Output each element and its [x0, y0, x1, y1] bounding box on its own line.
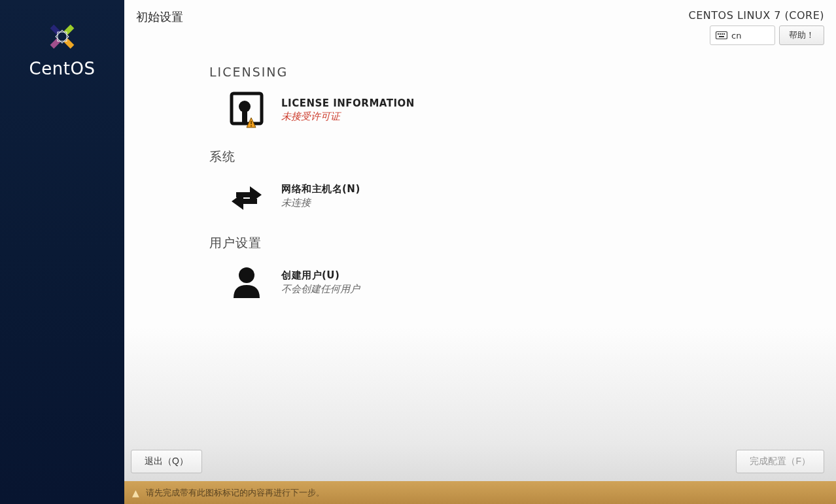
svg-rect-11 — [719, 36, 724, 37]
section-title-user: 用户设置 — [209, 235, 836, 252]
network-icon — [228, 177, 266, 215]
sidebar: CentOS — [0, 0, 124, 504]
brand-name: CentOS — [29, 59, 96, 78]
spoke-create-user[interactable]: 创建用户(U) 不会创建任何用户 — [228, 263, 836, 301]
warning-bar: ▲ 请先完成带有此图标标记的内容再进行下一步。 — [124, 481, 836, 504]
footer-bar: 退出（Q） 完成配置（F） — [124, 450, 836, 481]
keyboard-layout-button[interactable]: cn — [710, 25, 775, 45]
spoke-license-title: LICENSE INFORMATION — [281, 97, 415, 109]
svg-rect-17 — [251, 126, 252, 127]
svg-rect-10 — [723, 33, 725, 35]
warning-message: 请先完成带有此图标标记的内容再进行下一步。 — [146, 487, 324, 499]
svg-rect-16 — [251, 121, 252, 124]
page-title: 初始设置 — [136, 9, 183, 25]
spoke-license-status: 未接受许可证 — [281, 110, 415, 123]
section-title-licensing: LICENSING — [209, 65, 836, 79]
spoke-license-information[interactable]: LICENSE INFORMATION 未接受许可证 — [228, 91, 836, 129]
spoke-network-hostname[interactable]: 网络和主机名(N) 未连接 — [228, 177, 836, 215]
svg-rect-14 — [242, 111, 247, 123]
svg-point-20 — [239, 267, 254, 283]
spoke-user-title: 创建用户(U) — [281, 269, 360, 282]
spoke-user-status: 不会创建任何用户 — [281, 283, 360, 295]
keyboard-layout-code: cn — [731, 31, 741, 41]
svg-rect-6 — [716, 32, 727, 39]
keyboard-icon — [716, 31, 727, 40]
finish-configuration-button[interactable]: 完成配置（F） — [736, 450, 824, 473]
warning-triangle-icon: ▲ — [132, 488, 139, 498]
help-button[interactable]: 帮助！ — [779, 25, 824, 45]
distro-label: CENTOS LINUX 7 (CORE) — [689, 9, 824, 22]
top-right-group: CENTOS LINUX 7 (CORE) cn 帮助！ — [689, 9, 824, 45]
top-bar: 初始设置 CENTOS LINUX 7 (CORE) cn 帮助！ — [124, 0, 836, 45]
section-title-system: 系统 — [209, 148, 836, 165]
license-icon — [228, 91, 266, 129]
svg-point-13 — [239, 101, 251, 112]
brand-logo: CentOS — [29, 21, 96, 78]
spoke-network-status: 未连接 — [281, 197, 360, 209]
svg-rect-8 — [720, 33, 721, 35]
spokes-content: LICENSING LICENSE INFORMATION 未接受许可证 系统 — [124, 45, 836, 504]
svg-rect-9 — [722, 33, 723, 35]
centos-logo-icon — [46, 21, 78, 52]
svg-rect-7 — [718, 33, 719, 35]
user-icon — [228, 263, 266, 301]
spoke-network-title: 网络和主机名(N) — [281, 183, 360, 195]
quit-button[interactable]: 退出（Q） — [131, 450, 202, 473]
main-panel: 初始设置 CENTOS LINUX 7 (CORE) cn 帮助！ LICENS… — [124, 0, 836, 504]
